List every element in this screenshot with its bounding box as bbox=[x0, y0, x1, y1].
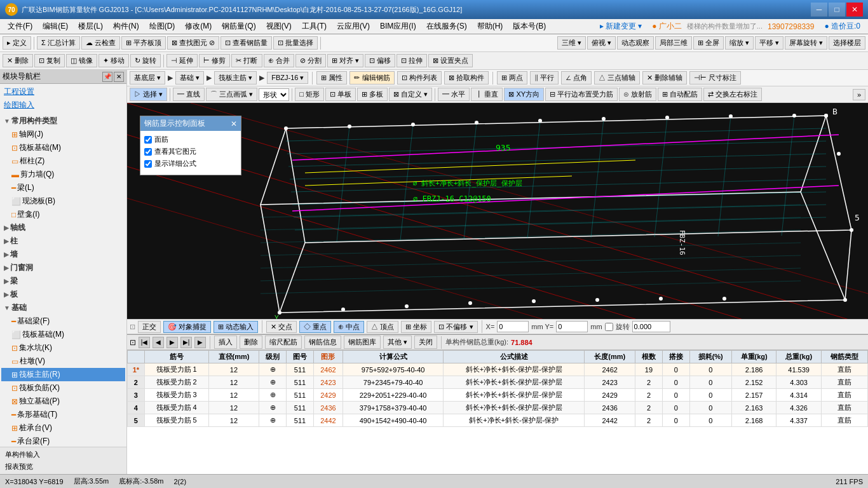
table-cell[interactable]: 4.337 bbox=[776, 414, 822, 427]
y-input[interactable] bbox=[556, 321, 588, 332]
zoom-button[interactable]: 缩放 ▾ bbox=[725, 36, 754, 50]
table-cell[interactable]: ⊕ bbox=[259, 402, 287, 414]
sidebar-axis[interactable]: ▶ 轴线 bbox=[1, 221, 125, 234]
rotate-checkbox[interactable] bbox=[605, 323, 613, 331]
menu-tools[interactable]: 工具(T) bbox=[297, 20, 332, 33]
table-cell[interactable]: 2 bbox=[635, 376, 663, 389]
table-cell[interactable]: 2462 bbox=[585, 363, 635, 376]
dynamic-input-btn[interactable]: ⊞ 动态输入 bbox=[214, 321, 258, 333]
sidebar-report-preview[interactable]: 报表预览 bbox=[3, 461, 124, 473]
maximize-button[interactable]: □ bbox=[829, 3, 845, 17]
nav-next-btn[interactable]: ▶ bbox=[166, 337, 178, 348]
sidebar-opening[interactable]: ▶ 门窗洞 bbox=[1, 261, 125, 274]
coord-btn[interactable]: ⊞ 坐标 bbox=[401, 321, 431, 333]
table-cell[interactable]: 2.163 bbox=[731, 402, 776, 414]
horizontal-btn[interactable]: ━ 水平 bbox=[438, 88, 470, 101]
sidebar-pin-button[interactable]: 📌 bbox=[102, 72, 112, 82]
table-cell[interactable]: 511 bbox=[287, 389, 314, 402]
top-view-button[interactable]: 俯视 ▾ bbox=[587, 36, 616, 50]
table-cell[interactable]: 直筋 bbox=[821, 376, 867, 389]
find-element-button[interactable]: ⊠ 查找图元 ⊘ bbox=[167, 36, 219, 50]
sidebar-engineering-setup[interactable]: 工程设置 bbox=[1, 85, 125, 98]
table-cell[interactable]: 2 bbox=[635, 414, 663, 427]
canvas-area[interactable]: 935 ⌀ 斜长+净长+斜长_保护层_保护层 ⌀ FBZJ-16 C12@150… bbox=[127, 103, 868, 319]
table-cell[interactable]: 3 bbox=[128, 389, 145, 402]
arc-btn[interactable]: ⌒ 三点画弧 ▾ bbox=[206, 88, 257, 101]
sidebar-column-cap[interactable]: ▭ 柱墩(V) bbox=[1, 355, 125, 368]
floating-panel-close[interactable]: ✕ bbox=[231, 119, 237, 128]
vertex-btn[interactable]: △ 顶点 bbox=[367, 321, 398, 333]
sidebar-column[interactable]: ▶ 柱 bbox=[1, 234, 125, 248]
table-cell[interactable]: 79+2345+79-40-40 bbox=[342, 376, 443, 389]
fp-checkbox-show-formula[interactable] bbox=[144, 160, 152, 168]
split-button[interactable]: ⊘ 分割 bbox=[295, 54, 326, 67]
menu-floor[interactable]: 楼层(L) bbox=[73, 20, 108, 33]
select-floor-button[interactable]: 选择楼层 bbox=[829, 36, 865, 50]
table-cell[interactable]: 直筋 bbox=[821, 389, 867, 402]
parallel-rebar-btn[interactable]: ⊟ 平行边布置受力筋 bbox=[545, 88, 618, 101]
table-cell[interactable]: 2429 bbox=[313, 389, 342, 402]
menu-cloud[interactable]: 云应用(V) bbox=[332, 20, 375, 33]
point-angle-btn[interactable]: ∠ 点角 bbox=[561, 71, 592, 85]
menu-help[interactable]: 帮助(H) bbox=[472, 20, 508, 33]
table-cell[interactable]: 975+592+975-40-40 bbox=[342, 363, 443, 376]
radial-rebar-btn[interactable]: ⊙ 放射筋 bbox=[619, 88, 656, 101]
trim-button[interactable]: ⊢ 修剪 bbox=[199, 54, 230, 67]
table-cell[interactable]: 斜长+净长+斜长-保护层-保护层 bbox=[444, 402, 585, 414]
pick-component-btn[interactable]: ⊠ 拾取构件 bbox=[444, 71, 489, 85]
sidebar-raft-neg-rebar[interactable]: ⊡ 筏板负筋(X) bbox=[1, 381, 125, 395]
dynamic-view-button[interactable]: 动态观察 bbox=[617, 36, 654, 50]
menu-draw[interactable]: 绘图(D) bbox=[144, 20, 180, 33]
table-cell[interactable]: 0 bbox=[662, 376, 689, 389]
delete-button[interactable]: ✕ 删除 bbox=[3, 54, 33, 67]
menu-version[interactable]: 版本号(B) bbox=[508, 20, 551, 33]
table-cell[interactable]: 12 bbox=[208, 363, 259, 376]
table-cell[interactable]: 2429 bbox=[585, 389, 635, 402]
local-3d-button[interactable]: 局部三维 bbox=[655, 36, 692, 50]
auto-rebar-btn[interactable]: ⊞ 自动配筋 bbox=[658, 88, 702, 101]
edit-rebar-btn[interactable]: ✏ 编辑钢筋 bbox=[349, 71, 394, 85]
table-cell[interactable]: 4.303 bbox=[776, 376, 822, 389]
component-list-btn[interactable]: ⊡ 构件列表 bbox=[397, 71, 442, 85]
table-cell[interactable]: 斜长+净长+斜长-保护层-保护层 bbox=[444, 389, 585, 402]
close-button[interactable]: ✕ bbox=[846, 3, 863, 17]
insert-row-btn[interactable]: 插入 bbox=[214, 336, 237, 349]
x-input[interactable] bbox=[497, 321, 529, 332]
nav-play-btn[interactable]: ▶ bbox=[194, 337, 206, 348]
sidebar-beam[interactable]: ━ 梁(L) bbox=[1, 181, 125, 194]
table-cell[interactable]: 511 bbox=[287, 414, 314, 427]
sidebar-common-types[interactable]: ▼ 常用构件类型 bbox=[1, 114, 125, 128]
sublayer-btn[interactable]: 基础 ▾ bbox=[175, 71, 204, 85]
rebar-info-btn[interactable]: 钢筋信息 bbox=[304, 336, 341, 349]
sidebar-niche[interactable]: □ 壁龛(I) bbox=[1, 208, 125, 221]
table-container[interactable]: 筋号 直径(mm) 级别 图号 图形 计算公式 公式描述 长度(mm) 根数 搭… bbox=[127, 350, 868, 474]
table-cell[interactable]: 511 bbox=[287, 376, 314, 389]
define-button[interactable]: ▸ 定义 bbox=[3, 36, 31, 50]
property-btn[interactable]: ⊞ 属性 bbox=[316, 71, 347, 85]
menu-component[interactable]: 构件(N) bbox=[108, 20, 144, 33]
menu-rebar-qty[interactable]: 钢筋量(Q) bbox=[217, 20, 261, 33]
3d-view-button[interactable]: 三维 ▾ bbox=[557, 36, 586, 50]
menu-online[interactable]: 在线服务(S) bbox=[421, 20, 472, 33]
align-top-button[interactable]: ⊞ 平齐板顶 bbox=[121, 36, 166, 50]
copy-button[interactable]: ⊡ 复制 bbox=[34, 54, 65, 67]
fullscreen-button[interactable]: ⊞ 全屏 bbox=[693, 36, 724, 50]
table-row[interactable]: 5筏板受力筋 512⊕5112442490+1542+490-40-40斜长+净… bbox=[128, 414, 868, 427]
center-btn[interactable]: ⊕ 中点 bbox=[334, 321, 364, 333]
table-cell[interactable]: 4.326 bbox=[776, 402, 822, 414]
sidebar-found-beam[interactable]: ━ 基础梁(F) bbox=[1, 315, 125, 328]
table-cell[interactable]: 1* bbox=[128, 363, 145, 376]
table-cell[interactable]: 2436 bbox=[585, 402, 635, 414]
table-cell[interactable]: ⊕ bbox=[259, 414, 287, 427]
offset-button[interactable]: ⊡ 偏移 bbox=[365, 54, 395, 67]
table-cell[interactable]: 直筋 bbox=[821, 414, 867, 427]
set-grip-button[interactable]: ⊠ 设置夹点 bbox=[428, 54, 473, 67]
sidebar-beam-cat[interactable]: ▶ 梁 bbox=[1, 274, 125, 288]
table-cell[interactable]: 5 bbox=[128, 414, 145, 427]
table-cell[interactable]: 12 bbox=[208, 402, 259, 414]
other-btn[interactable]: 其他 ▾ bbox=[383, 336, 412, 349]
menu-view[interactable]: 视图(V) bbox=[261, 20, 297, 33]
nav-first-btn[interactable]: |◀ bbox=[139, 337, 150, 348]
line-btn[interactable]: ━ 直线 bbox=[173, 88, 205, 101]
delete-aux-btn[interactable]: ✕ 删除辅轴 bbox=[642, 71, 687, 85]
